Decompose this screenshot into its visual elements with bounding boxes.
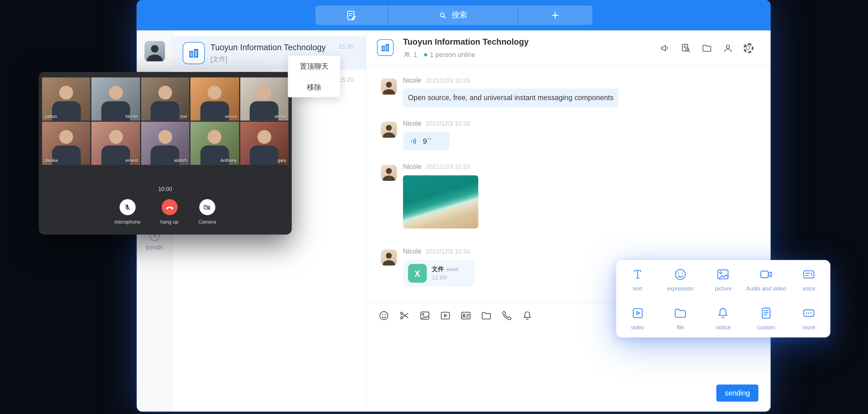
camera-control[interactable]: Camera (198, 199, 216, 225)
bell-icon (716, 306, 731, 320)
popup-item-audio-video[interactable]: Audio and video (745, 260, 787, 299)
conversation-time: 15:20 (338, 76, 353, 83)
sender-avatar[interactable] (381, 78, 397, 95)
video-tile: Nicole (92, 77, 140, 121)
popup-item-video[interactable]: video (616, 299, 659, 338)
popup-item-custom[interactable]: custom (745, 299, 787, 338)
microphone-control[interactable]: microphone (114, 199, 140, 225)
sender-avatar[interactable] (381, 122, 397, 138)
plus-icon: + (552, 9, 559, 22)
video-call-window: patton Nicole zoe venus stellar danika e… (39, 72, 292, 234)
text-icon (630, 267, 645, 282)
popup-item-picture[interactable]: picture (702, 260, 745, 299)
video-tile: Anthony (190, 122, 239, 165)
popup-item-text[interactable]: text (616, 260, 659, 299)
image-message-thumbnail[interactable] (403, 175, 478, 228)
popup-item-more[interactable]: more (787, 299, 830, 338)
chat-header: Tuoyun Information Technology 1 1 person… (367, 31, 771, 66)
call-timer: 10:00 (39, 186, 292, 192)
conversation-title: Tuoyun Information Technology (210, 42, 326, 52)
send-button[interactable]: sending (716, 384, 758, 402)
camera-button[interactable] (199, 199, 215, 215)
message-meta: Nicole 2021/12/3 10:33 (403, 120, 470, 127)
video-play-icon (630, 306, 645, 320)
person-silhouette (381, 165, 397, 181)
folder-icon[interactable] (701, 42, 712, 54)
person-silhouette (59, 130, 73, 144)
building-icon (187, 46, 200, 60)
voice-message-bubble[interactable]: 9`` (403, 131, 450, 150)
microphone-button[interactable] (119, 199, 135, 215)
contact-card-icon[interactable] (460, 310, 472, 321)
file-size: 12.8M (432, 275, 447, 281)
image-icon[interactable] (419, 310, 431, 321)
search-button[interactable]: 搜索 (388, 5, 518, 25)
message-meta: Nicole 2021/12/3 10:33 (403, 163, 478, 170)
voice-icon (802, 267, 816, 282)
history-search-icon[interactable] (680, 42, 691, 54)
bell-icon[interactable] (522, 310, 533, 321)
message-sender: Nicole (403, 120, 421, 127)
video-tile: ernest (92, 122, 140, 165)
video-tile: gary (240, 122, 288, 165)
emoji-icon[interactable] (378, 310, 390, 321)
message-time: 2021/12/3 10:33 (426, 163, 470, 170)
chat-actions (659, 42, 753, 54)
chat-title: Tuoyun Information Technology (403, 37, 529, 46)
message-file: Nicole 2021/12/3 10:33 X 文件.excel 12.8M (381, 248, 475, 287)
sender-avatar[interactable] (381, 165, 397, 181)
scissors-icon[interactable] (399, 310, 410, 321)
excel-file-icon: X (408, 264, 427, 283)
sender-avatar[interactable] (381, 250, 397, 265)
document-icon (759, 306, 773, 320)
call-controls: microphone hang up Camera (39, 199, 292, 225)
video-tile: danika (42, 122, 90, 165)
members-icon (403, 51, 410, 59)
voice-wave-icon (410, 136, 419, 146)
participant-name: stellar (274, 114, 286, 119)
my-avatar[interactable] (145, 41, 165, 61)
message-time: 2021/12/3 10:33 (426, 120, 470, 127)
menu-item-remove[interactable]: 移除 (288, 76, 340, 97)
hangup-control[interactable]: hang up (160, 199, 178, 225)
mic-off-icon (123, 203, 132, 212)
more-icon (802, 306, 816, 320)
hangup-button[interactable] (161, 199, 178, 215)
folder-icon[interactable] (480, 310, 492, 321)
message-input[interactable] (367, 327, 771, 412)
emoji-icon (673, 267, 688, 282)
voice-duration: 9`` (423, 137, 432, 145)
image-icon (716, 267, 731, 282)
video-icon[interactable] (439, 310, 451, 321)
notes-button[interactable] (316, 5, 388, 25)
person-silhouette (158, 86, 172, 99)
member-icon[interactable] (722, 42, 734, 54)
add-button[interactable]: + (518, 5, 592, 25)
group-avatar[interactable] (377, 39, 394, 56)
camera-off-icon (203, 203, 212, 212)
conversation-time: 15:20 (338, 43, 353, 50)
video-tile: aldrich (141, 122, 190, 165)
screen: 搜索 + trends (0, 0, 868, 414)
message-text: Nicole 2021/12/3 10:33 Open source, free… (381, 77, 619, 107)
conversation-context-menu: 置顶聊天 移除 (288, 56, 341, 97)
popup-item-expression[interactable]: expression (659, 260, 702, 299)
popup-item-file[interactable]: file (659, 299, 702, 338)
person-silhouette (257, 130, 271, 144)
message-sender: Nicole (403, 248, 421, 255)
person-silhouette (257, 86, 271, 99)
menu-item-pin-chat[interactable]: 置顶聊天 (288, 56, 340, 76)
video-tile: zoe (141, 77, 190, 121)
file-message-card[interactable]: X 文件.excel 12.8M (403, 260, 474, 286)
popup-item-notice[interactable]: notice (702, 299, 745, 338)
video-grid: patton Nicole zoe venus stellar danika e… (42, 77, 288, 165)
member-count: 1 (414, 51, 417, 59)
folder-icon (673, 306, 688, 320)
message-meta: Nicole 2021/12/3 10:33 (403, 248, 474, 255)
online-status: 1 person online (430, 51, 475, 59)
announcement-icon[interactable] (659, 42, 671, 54)
hangup-icon (164, 202, 174, 212)
popup-item-voice[interactable]: voice (787, 260, 830, 299)
phone-icon[interactable] (501, 310, 513, 321)
settings-gear-icon[interactable] (743, 43, 753, 53)
